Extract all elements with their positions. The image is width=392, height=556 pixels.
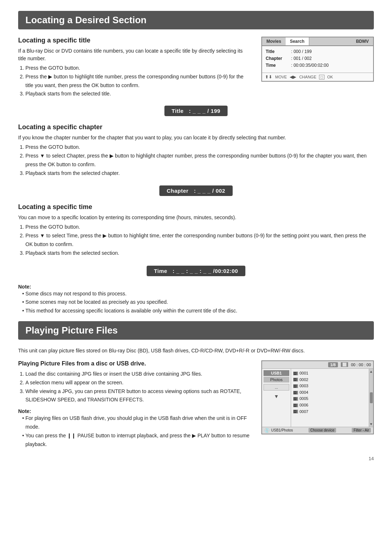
step-item: Press the GOTO button. bbox=[25, 64, 250, 73]
footer-path: 💿 USB1/Photos bbox=[264, 428, 293, 433]
step-item: Press ▼ to select Chapter, press the ▶ b… bbox=[25, 152, 374, 169]
timecode: 00 : 00 : 00 bbox=[351, 363, 371, 367]
panel-label-time: Time bbox=[266, 63, 291, 68]
file-item: 🖼 0006 bbox=[293, 402, 367, 409]
step-item: Playback starts from the selected sectio… bbox=[25, 249, 374, 258]
step-item: Press ▼ to select Time, press the ▶ butt… bbox=[25, 232, 374, 249]
folder-label: Photos bbox=[264, 377, 289, 383]
drive-label: USB1 bbox=[264, 370, 289, 376]
file-item: 🖼 0003 bbox=[293, 383, 367, 389]
panel-value-title: : 000 / 199 bbox=[291, 49, 312, 54]
file-item: 🖼 0005 bbox=[293, 396, 367, 402]
step-item: A selection menu will appear on the scre… bbox=[25, 379, 250, 387]
panel-row-title: Title : 000 / 199 bbox=[266, 49, 369, 54]
time-bar-value: : _ _ : _ _ : _ _ /00:02:00 bbox=[173, 268, 238, 274]
title-input-bar: Title : _ _ _ / 199 bbox=[164, 106, 228, 116]
title-bar-label: Title bbox=[172, 108, 184, 114]
file-icon: 🖼 bbox=[293, 384, 298, 388]
subsection1-intro: If a Blu-ray Disc or DVD contains title … bbox=[18, 47, 250, 62]
note-item: This method for accessing specific locat… bbox=[25, 307, 374, 315]
note-item: For playing files on USB flash drive, yo… bbox=[25, 414, 250, 432]
time-input-bar: Time : _ _ : _ _ : _ _ /00:02:00 bbox=[147, 266, 245, 276]
section1-notes: Note: Some discs may not respond to this… bbox=[18, 283, 374, 315]
sidebar-scroll-down: ▼ bbox=[264, 393, 289, 399]
step-item: Press the ▶ button to highlight title nu… bbox=[25, 73, 250, 90]
filter-btn[interactable]: Filter - Air bbox=[352, 428, 371, 433]
note-item: You can press the ❙❙ PAUSE button to int… bbox=[25, 432, 250, 449]
subsection2-intro: If you know the chapter number for the c… bbox=[18, 134, 374, 142]
step-item: While viewing a JPG, you can press ENTER… bbox=[25, 387, 250, 405]
ppf-note-label: Note: bbox=[18, 408, 31, 414]
section1-title: Locating a Desired Section bbox=[25, 15, 147, 25]
step-item: Load the disc containing JPG files or in… bbox=[25, 370, 250, 379]
tab-movies: Movies bbox=[262, 37, 286, 45]
up-down-icon: ⬆⬇ bbox=[265, 74, 272, 79]
page-number: 14 bbox=[18, 456, 374, 461]
tab-search: Search bbox=[286, 37, 309, 45]
panel-label-title: Title bbox=[266, 49, 291, 54]
panel-label-chapter: Chapter bbox=[266, 56, 291, 61]
step-item: Playback starts from the selected chapte… bbox=[25, 169, 374, 178]
notes-list: Some discs may not respond to this proce… bbox=[25, 290, 374, 315]
lr-icon: ◀▶ bbox=[290, 74, 296, 79]
chapter-bar-label: Chapter bbox=[167, 188, 188, 194]
file-icon: 🖼 bbox=[293, 378, 298, 381]
scroll-thumb bbox=[370, 392, 373, 403]
panel-row-time: Time : 00:00:35/00:02:00 bbox=[266, 63, 369, 68]
file-item: 🖼 0004 bbox=[293, 389, 367, 396]
note-item: Some scenes may not be located as precis… bbox=[25, 298, 374, 307]
scroll-down-icon: ▼ bbox=[369, 422, 373, 426]
panel-value-time: : 00:00:35/00:02:00 bbox=[291, 63, 328, 68]
section2-intro: This unit can play picture files stored … bbox=[18, 347, 374, 355]
step-item: Playback starts from the selected title. bbox=[25, 90, 250, 98]
subsection3-steps: Press the GOTO button. Press ▼ to select… bbox=[25, 223, 374, 257]
subsection3-intro: You can move to a specific location by e… bbox=[18, 214, 374, 221]
ppf-notes: Note: For playing files on USB flash dri… bbox=[18, 408, 250, 449]
chapter-input-bar: Chapter : _ _ _ / 002 bbox=[159, 185, 232, 196]
change-label: CHANGE bbox=[299, 75, 316, 79]
panel-value-chapter: : 001 / 002 bbox=[291, 56, 312, 61]
time-bar-label: Time bbox=[154, 268, 167, 274]
file-icon: 🖼 bbox=[293, 397, 298, 401]
panel-row-chapter: Chapter : 001 / 002 bbox=[266, 56, 369, 61]
scroll-bar: ▲ ▼ bbox=[369, 369, 373, 427]
file-counter: 1/8 bbox=[328, 362, 338, 367]
note-label: Note: bbox=[18, 284, 31, 290]
ok-box-icon: □ bbox=[319, 75, 324, 79]
chapter-bar-value: : _ _ _ / 002 bbox=[194, 188, 225, 194]
file-icon: 🖼 bbox=[293, 410, 298, 413]
subsection1-title: Locating a specific title bbox=[18, 37, 250, 44]
title-bar-value: : _ _ _ / 199 bbox=[189, 108, 221, 114]
file-icon: 🖼 bbox=[293, 372, 298, 375]
choose-device-btn[interactable]: Choose device bbox=[309, 428, 336, 433]
scroll-up-icon: ▲ bbox=[369, 369, 373, 373]
tab-bdmv: BDMV bbox=[352, 37, 373, 45]
file-icon: 🖼 bbox=[293, 391, 298, 394]
section1-header: Locating a Desired Section bbox=[18, 11, 374, 29]
file-item: 🖼 0001 bbox=[293, 370, 367, 377]
ppf-subsection-title: Playing Picture Files from a disc or USB… bbox=[18, 360, 250, 367]
file-panel: 1/8 ⬜ 00 : 00 : 00 USB1 Photos ... ▼ 🖼 0… bbox=[261, 360, 374, 434]
note-item: Some discs may not respond to this proce… bbox=[25, 290, 374, 298]
move-label: MOVE bbox=[275, 75, 287, 79]
disc-icon: 💿 bbox=[264, 428, 270, 433]
ppf-notes-list: For playing files on USB flash drive, yo… bbox=[25, 414, 250, 449]
timecode-icon: ⬜ bbox=[341, 362, 348, 367]
subsection1-steps: Press the GOTO button. Press the ▶ butto… bbox=[25, 64, 250, 98]
ellipsis-folder: ... bbox=[264, 384, 289, 391]
ppf-steps: Load the disc containing JPG files or in… bbox=[25, 370, 250, 404]
ui-panel: Movies Search BDMV Title : 000 / 199 Cha… bbox=[261, 37, 374, 82]
subsection2-title: Locating a specific chapter bbox=[18, 123, 374, 131]
section2-title: Playing Picture Files bbox=[25, 325, 118, 336]
subsection2-steps: Press the GOTO button. Press ▼ to select… bbox=[25, 143, 374, 177]
section2-header: Playing Picture Files bbox=[18, 321, 374, 340]
step-item: Press the GOTO button. bbox=[25, 143, 374, 152]
file-item: 🖼 0002 bbox=[293, 377, 367, 383]
ok-label: OK bbox=[327, 75, 333, 79]
file-item: 🖼 0007 bbox=[293, 409, 367, 415]
step-item: Press the GOTO button. bbox=[25, 223, 374, 232]
file-icon: 🖼 bbox=[293, 404, 298, 407]
subsection3-title: Locating a specific time bbox=[18, 203, 374, 211]
